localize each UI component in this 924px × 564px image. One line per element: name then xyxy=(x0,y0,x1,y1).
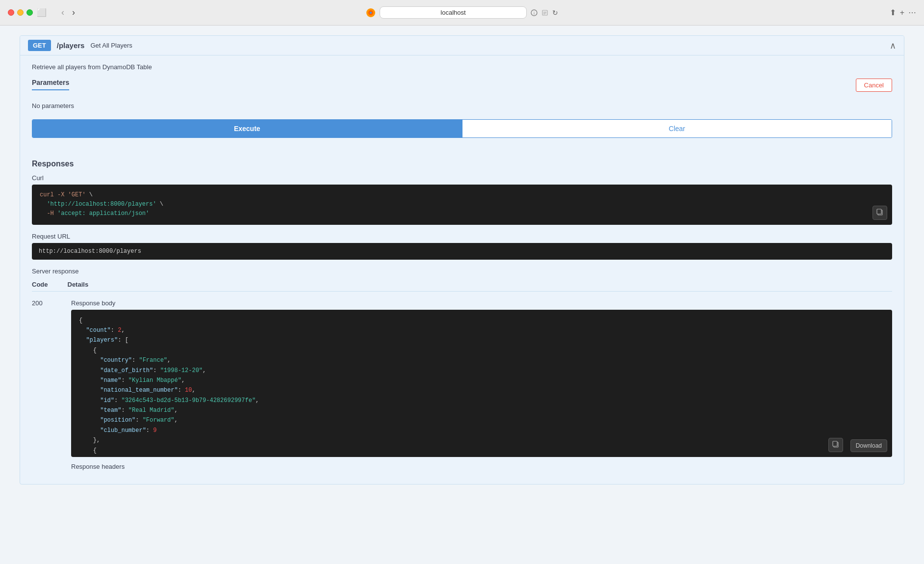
reader-mode-icon xyxy=(541,9,548,16)
browser-nav: ‹ › xyxy=(58,6,78,19)
details-col-header: Details xyxy=(68,281,89,288)
endpoint-header[interactable]: GET /players Get All Players ∧ xyxy=(20,36,904,55)
request-url-display: http://localhost:8000/players xyxy=(32,243,892,260)
response-details: Response body { "count": 2, "players": [… xyxy=(71,299,892,470)
browser-chrome: ⬜ ‹ › localhost i ↻ ⬆ + ⋯ xyxy=(0,0,924,26)
endpoint-description: Get All Players xyxy=(90,42,890,49)
curl-label: Curl xyxy=(32,174,892,182)
svg-rect-10 xyxy=(877,209,881,214)
request-url-label: Request URL xyxy=(32,233,892,240)
address-bar-area: localhost i ↻ xyxy=(366,6,558,19)
curl-block: curl -X 'GET' \ 'http://localhost:8000/p… xyxy=(32,185,892,225)
svg-point-2 xyxy=(370,12,372,14)
responses-title: Responses xyxy=(32,160,892,168)
svg-rect-8 xyxy=(543,14,545,14)
code-col-header: Code xyxy=(32,281,48,288)
extensions-button[interactable]: ⋯ xyxy=(908,8,916,17)
minimize-button[interactable] xyxy=(17,9,24,16)
panel-body: Retrieve all players from DynamoDB Table… xyxy=(20,55,904,484)
server-response-label: Server response xyxy=(32,268,892,275)
forward-button[interactable]: › xyxy=(69,6,78,19)
params-section: Parameters Cancel xyxy=(32,79,892,96)
reload-button[interactable]: ↻ xyxy=(552,9,558,17)
svg-rect-6 xyxy=(543,12,546,12)
action-buttons: Execute Clear xyxy=(32,119,892,138)
clear-button[interactable]: Clear xyxy=(462,120,892,137)
curl-code: curl -X 'GET' \ 'http://localhost:8000/p… xyxy=(40,190,884,219)
svg-text:i: i xyxy=(534,11,535,16)
panel-description: Retrieve all players from DynamoDB Table xyxy=(32,63,892,71)
maximize-button[interactable] xyxy=(26,9,33,16)
close-button[interactable] xyxy=(8,9,14,16)
response-row: 200 Response body { "count": 2, "players… xyxy=(32,295,892,470)
response-body-block: { "count": 2, "players": [ { "country": … xyxy=(71,310,892,457)
swagger-panel: GET /players Get All Players ∧ Retrieve … xyxy=(20,35,904,484)
execute-button[interactable]: Execute xyxy=(32,120,462,137)
browser-actions: ⬆ + ⋯ xyxy=(890,8,916,17)
address-bar[interactable]: localhost xyxy=(380,6,527,19)
response-table-header: Code Details xyxy=(32,279,892,292)
download-button[interactable]: Download xyxy=(850,439,887,452)
response-json: { "count": 2, "players": [ { "country": … xyxy=(79,316,884,457)
response-body-label: Response body xyxy=(71,299,892,307)
traffic-lights xyxy=(8,9,33,16)
svg-rect-7 xyxy=(543,13,546,13)
svg-rect-12 xyxy=(833,441,837,446)
sidebar-toggle[interactable]: ⬜ xyxy=(37,8,47,17)
collapse-button[interactable]: ∧ xyxy=(890,40,896,51)
download-label: Download xyxy=(856,442,882,449)
response-code: 200 xyxy=(32,299,51,307)
no-params-text: No parameters xyxy=(32,102,892,109)
firefox-icon xyxy=(366,8,376,18)
method-badge: GET xyxy=(28,40,51,51)
parameters-title: Parameters xyxy=(32,79,69,90)
copy-response-button[interactable] xyxy=(828,438,843,452)
endpoint-path: /players xyxy=(57,41,85,50)
copy-curl-button[interactable] xyxy=(873,206,887,220)
cancel-button[interactable]: Cancel xyxy=(856,79,892,92)
content-area: GET /players Get All Players ∧ Retrieve … xyxy=(0,26,924,564)
back-button[interactable]: ‹ xyxy=(58,6,67,19)
info-icon: i xyxy=(531,9,538,16)
response-headers-label: Response headers xyxy=(71,463,892,470)
responses-section: Responses Curl curl -X 'GET' \ 'http://l… xyxy=(32,146,892,476)
share-button[interactable]: ⬆ xyxy=(890,8,896,17)
new-tab-button[interactable]: + xyxy=(900,8,904,17)
